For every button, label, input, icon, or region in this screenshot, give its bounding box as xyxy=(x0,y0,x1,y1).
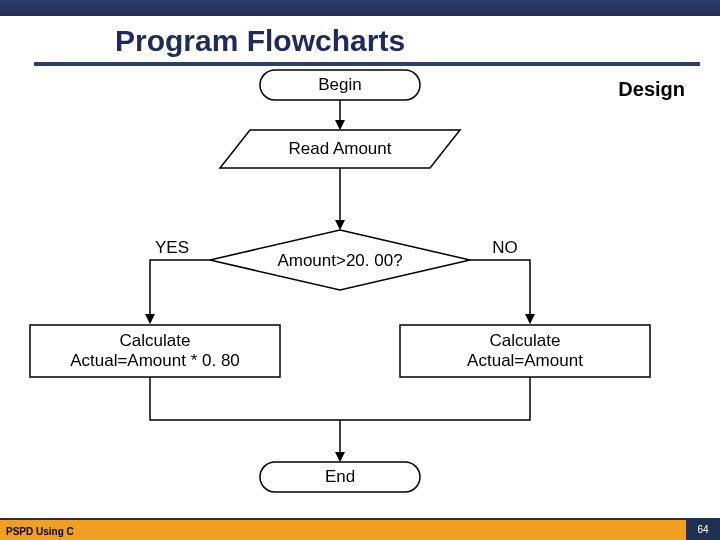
calc-no-node: Calculate Actual=Amount xyxy=(400,325,650,377)
end-label: End xyxy=(325,467,355,486)
flowchart: Begin Read Amount Amount>20. 00? YES NO … xyxy=(0,0,720,540)
read-label: Read Amount xyxy=(288,139,391,158)
calc-no-l1: Calculate xyxy=(490,331,561,350)
merge-right xyxy=(340,377,530,420)
end-node: End xyxy=(260,462,420,492)
no-label: NO xyxy=(492,238,518,257)
footer-bar xyxy=(0,518,720,540)
merge-left xyxy=(150,377,340,420)
decision-node: Amount>20. 00? xyxy=(210,230,470,290)
arrow-no xyxy=(470,260,530,322)
footer-left: PSPD Using C xyxy=(6,526,74,537)
decision-label: Amount>20. 00? xyxy=(277,251,402,270)
read-node: Read Amount xyxy=(220,130,460,168)
calc-yes-l1: Calculate xyxy=(120,331,191,350)
arrow-yes xyxy=(150,260,210,322)
begin-label: Begin xyxy=(318,75,361,94)
page-number: 64 xyxy=(686,520,720,540)
calc-no-l2: Actual=Amount xyxy=(467,351,583,370)
calc-yes-l2: Actual=Amount * 0. 80 xyxy=(70,351,240,370)
calc-yes-node: Calculate Actual=Amount * 0. 80 xyxy=(30,325,280,377)
begin-node: Begin xyxy=(260,70,420,100)
yes-label: YES xyxy=(155,238,189,257)
